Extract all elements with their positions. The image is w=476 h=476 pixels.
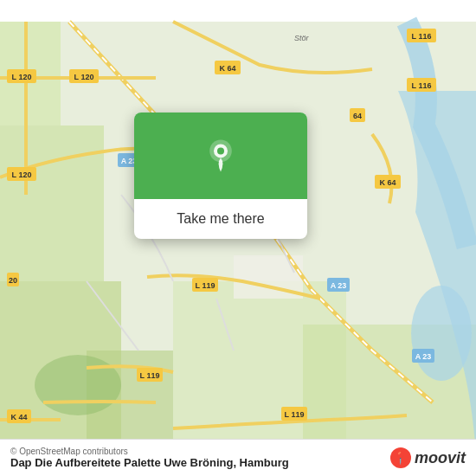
popup-green-area [134, 113, 307, 199]
moovit-text: moovit [415, 449, 466, 467]
svg-text:L 119: L 119 [196, 281, 215, 290]
svg-text:A 23: A 23 [331, 281, 347, 290]
bottom-left: © OpenStreetMap contributors Dap Die Auf… [10, 447, 289, 469]
bottom-bar: © OpenStreetMap contributors Dap Die Auf… [0, 439, 476, 476]
svg-text:L 116: L 116 [412, 32, 432, 41]
svg-text:L 120: L 120 [12, 170, 32, 179]
location-pin-icon [203, 138, 238, 173]
svg-text:L 120: L 120 [12, 73, 32, 81]
svg-text:K 64: K 64 [379, 178, 396, 187]
popup-card: Take me there [134, 113, 307, 239]
svg-text:K 44: K 44 [10, 413, 27, 421]
location-name: Dap Die Aufbereitete Palette Uwe Bröning… [10, 456, 289, 469]
svg-text:L 120: L 120 [74, 73, 94, 81]
svg-text:L 119: L 119 [285, 410, 305, 419]
moovit-icon: 📍 [390, 447, 411, 468]
svg-text:L 116: L 116 [412, 81, 432, 90]
svg-point-50 [217, 147, 224, 154]
moovit-logo: 📍 moovit [390, 447, 466, 468]
svg-text:64: 64 [353, 112, 362, 120]
svg-rect-2 [0, 125, 104, 281]
svg-text:20: 20 [9, 276, 17, 285]
svg-text:K 64: K 64 [219, 64, 235, 73]
map-container: L 116 L 116 L 120 L 120 L 120 20 K 64 64… [0, 0, 476, 476]
moovit-pin-icon: 📍 [393, 451, 408, 465]
svg-text:L 119: L 119 [140, 371, 160, 380]
take-me-there-button[interactable]: Take me there [146, 208, 295, 230]
svg-text:Stör: Stör [294, 34, 310, 42]
attribution-text: © OpenStreetMap contributors [10, 447, 289, 456]
popup-button-area: Take me there [134, 199, 307, 239]
svg-point-8 [411, 286, 472, 381]
svg-point-5 [35, 355, 121, 415]
svg-text:A 23: A 23 [415, 352, 432, 361]
